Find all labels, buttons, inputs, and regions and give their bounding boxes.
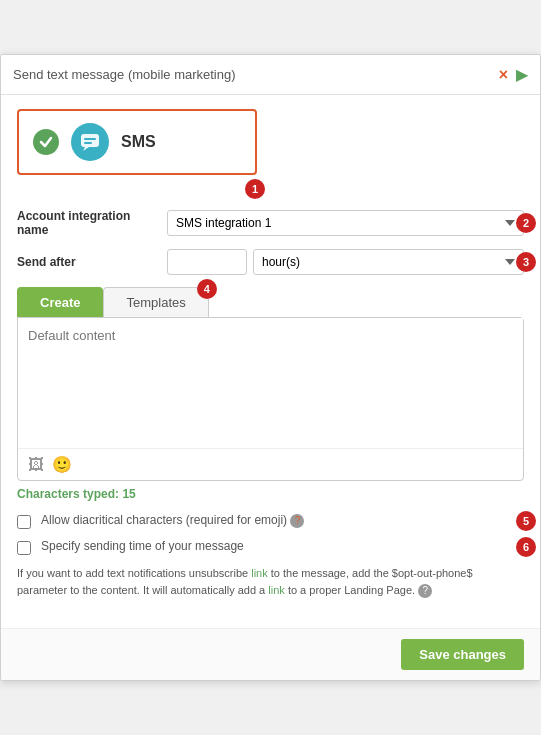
diacritical-label: Allow diacritical characters (required f…	[41, 513, 524, 528]
panel-footer: Save changes	[1, 628, 540, 680]
main-panel: Send text message (mobile marketing) × ▶	[0, 54, 541, 681]
forward-icon[interactable]: ▶	[516, 65, 528, 84]
landing-link[interactable]: link	[268, 584, 285, 596]
badge-1: 1	[245, 179, 265, 199]
content-editor: 🖼 🙂	[17, 317, 524, 481]
badge-5: 5	[516, 511, 536, 531]
save-button[interactable]: Save changes	[401, 639, 524, 670]
chars-typed: Characters typed: 15	[17, 487, 524, 501]
svg-rect-0	[81, 134, 99, 147]
tab-create[interactable]: Create	[17, 287, 103, 317]
badge-3: 3	[516, 252, 536, 272]
diacritical-help-icon[interactable]: ?	[290, 514, 304, 528]
send-after-input[interactable]	[167, 249, 247, 275]
panel-title: Send text message (mobile marketing)	[13, 67, 236, 82]
send-after-controls: minute(s)hour(s)day(s) 3	[167, 249, 524, 275]
tabs-row: Create Templates 4	[17, 287, 524, 317]
unsubscribe-link[interactable]: link	[251, 567, 268, 579]
panel-header: Send text message (mobile marketing) × ▶	[1, 55, 540, 95]
svg-rect-3	[84, 142, 92, 144]
svg-rect-2	[84, 138, 96, 140]
svg-marker-1	[83, 147, 89, 151]
info-text: If you want to add text notifications un…	[17, 565, 524, 598]
account-label: Account integrationname	[17, 209, 167, 237]
image-icon[interactable]: 🖼	[28, 456, 44, 474]
panel-body: SMS 1 Account integrationname SMS integr…	[1, 95, 540, 628]
close-icon[interactable]: ×	[499, 66, 508, 84]
account-controls: SMS integration 1SMS integration 2 2	[167, 210, 524, 236]
sending-time-label: Specify sending time of your message	[41, 539, 524, 553]
info-help-icon[interactable]: ?	[418, 584, 432, 598]
check-icon	[33, 129, 59, 155]
time-unit-select[interactable]: minute(s)hour(s)day(s)	[253, 249, 524, 275]
chars-count: 15	[122, 487, 135, 501]
badge-6: 6	[516, 537, 536, 557]
header-actions: × ▶	[499, 65, 528, 84]
content-toolbar: 🖼 🙂	[18, 448, 523, 480]
badge-2: 2	[516, 213, 536, 233]
diacritical-checkbox[interactable]	[17, 515, 31, 529]
sending-time-row: Specify sending time of your message 6	[17, 539, 524, 555]
account-integration-row: Account integrationname SMS integration …	[17, 209, 524, 237]
badge-4: 4	[197, 279, 217, 299]
send-after-label: Send after	[17, 255, 167, 269]
content-textarea[interactable]	[18, 318, 523, 448]
sending-time-checkbox[interactable]	[17, 541, 31, 555]
tab-templates[interactable]: Templates	[103, 287, 208, 317]
diacritical-row: Allow diacritical characters (required f…	[17, 513, 524, 529]
sms-label: SMS	[121, 133, 156, 151]
send-after-row: Send after minute(s)hour(s)day(s) 3	[17, 249, 524, 275]
account-select[interactable]: SMS integration 1SMS integration 2	[167, 210, 524, 236]
sms-selector[interactable]: SMS	[17, 109, 257, 175]
sms-bubble-icon	[71, 123, 109, 161]
emoji-icon[interactable]: 🙂	[52, 455, 72, 474]
